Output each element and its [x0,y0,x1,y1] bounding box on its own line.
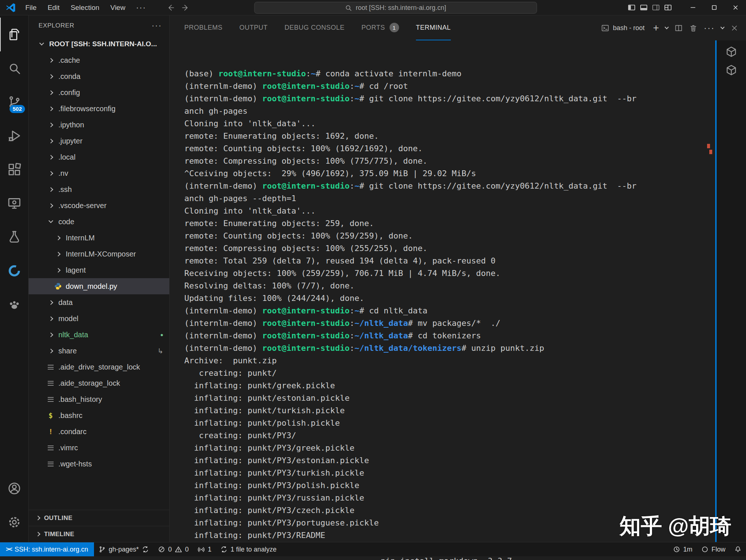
activity-testing[interactable] [0,220,29,254]
cube-icon-2[interactable] [725,64,738,76]
history-clock-icon [673,546,680,553]
explorer-more-actions[interactable]: ··· [152,21,162,30]
terminal-line: inflating: punkt/turkish.pickle [184,404,715,417]
toggle-sidebar-left-icon[interactable] [627,3,636,12]
menu-file[interactable]: File [20,0,42,15]
tree-item-filebrowserconfig[interactable]: .filebrowserconfig [29,101,169,117]
notifications-bell[interactable] [730,542,746,556]
analyze-indicator[interactable]: 1 file to analyze [216,542,281,556]
kill-terminal-trash-icon[interactable] [689,24,698,32]
tree-item-internlm-xcomposer[interactable]: InternLM-XComposer [29,246,169,262]
panel-more-actions[interactable]: ··· [704,23,715,33]
tree-item-share[interactable]: share↳ [29,343,169,359]
tree-item-jupyter[interactable]: .jupyter [29,133,169,149]
tree-item-bashrc[interactable]: $.bashrc [29,407,169,423]
tree-item-lagent[interactable]: lagent [29,262,169,278]
tree-item-model[interactable]: model [29,310,169,327]
timeline-section[interactable]: TIMELINE [29,526,169,542]
activity-remote-explorer[interactable] [0,186,29,220]
tab-label: DEBUG CONSOLE [285,24,345,32]
nav-forward-icon[interactable] [181,3,190,12]
forwarded-ports-indicator[interactable]: 1 [193,542,216,556]
menu-edit[interactable]: Edit [42,0,65,15]
tab-terminal[interactable]: TERMINAL [416,15,451,40]
timer-indicator[interactable]: 1m [669,542,697,556]
tree-item-conda[interactable]: .conda [29,68,169,84]
analyze-label: 1 file to analyze [231,546,276,553]
tree-item-label: .wget-hsts [58,460,92,468]
activity-run-debug[interactable] [0,119,29,153]
ports-count: 1 [208,546,211,553]
tree-item-aide-storage-lock[interactable]: .aide_storage_lock [29,375,169,391]
tree-item-cache[interactable]: .cache [29,52,169,68]
activity-extension-paw-icon[interactable] [0,288,29,321]
status-bar: >< SSH: ssh.intern-ai.org.cn gh-pages* 0… [0,542,746,556]
ports-badge: 1 [390,23,399,32]
tree-item-aide-drive-storage-lock[interactable]: .aide_drive_storage_lock [29,359,169,375]
tree-item-config[interactable]: .config [29,84,169,101]
split-terminal-icon[interactable] [674,24,683,32]
tree-item-internlm[interactable]: InternLM [29,230,169,246]
terminal-line: inflating: punkt/PY3/polish.pickle [184,479,715,492]
tree-item-wget-hsts[interactable]: .wget-hsts [29,456,169,472]
scrollbar-decoration [707,144,710,148]
activity-explorer[interactable] [0,18,29,51]
problems-indicator[interactable]: 0 0 [153,542,193,556]
remote-indicator[interactable]: >< SSH: ssh.intern-ai.org.cn [0,542,94,556]
tree-item-ipython[interactable]: .ipython [29,117,169,133]
errors-icon [158,546,165,553]
tab-output[interactable]: OUTPUT [239,15,268,40]
terminal-output[interactable]: (base) root@intern-studio:~# conda activ… [170,40,715,542]
toggle-sidebar-right-icon[interactable] [651,3,660,12]
activity-account[interactable] [0,472,29,505]
close-panel-icon[interactable] [730,24,739,32]
toggle-panel-icon[interactable] [639,3,648,12]
customize-layout-icon[interactable] [663,3,673,12]
menu-view[interactable]: View [105,0,131,15]
tree-item-code[interactable]: code [29,214,169,230]
flow-indicator[interactable]: Flow [697,542,730,556]
tree-item-ssh[interactable]: .ssh [29,181,169,197]
tree-item-condarc[interactable]: !.condarc [29,423,169,440]
terminal-session[interactable]: bash - root [601,24,645,32]
activity-search[interactable] [0,51,29,85]
tree-item-down-model-py[interactable]: down_model.py [29,278,169,294]
outline-section[interactable]: OUTLINE [29,510,169,526]
tree-item-nltk-data[interactable]: nltk_data● [29,327,169,343]
terminal-profile-dropdown-icon[interactable] [664,25,669,29]
command-center[interactable]: root [SSH: ssh.intern-ai.org.cn] [254,2,537,14]
terminal-line: anch gh-pages --depth=1 [184,192,715,205]
new-terminal-button[interactable]: + [653,23,659,33]
activity-extension-blue-icon[interactable] [0,254,29,288]
nav-back-icon[interactable] [166,3,175,12]
activity-extensions[interactable] [0,153,29,186]
panel-collapse-icon[interactable] [720,25,724,29]
explorer-root-label: ROOT [SSH: SSH.INTERN-AI.O... [49,40,157,48]
tree-item-vscode-server[interactable]: .vscode-server [29,197,169,214]
tab-problems[interactable]: PROBLEMS [184,15,222,40]
tree-item-bash-history[interactable]: .bash_history [29,391,169,407]
tree-item-nv[interactable]: .nv [29,165,169,181]
explorer-root-folder[interactable]: ROOT [SSH: SSH.INTERN-AI.O... [29,36,169,52]
terminal-icon [601,24,609,32]
activity-settings-gear-icon[interactable] [0,505,29,539]
terminal-line: inflating: punkt/PY3/russian.pickle [184,492,715,504]
terminal-line: creating: punkt/PY3/ [184,429,715,442]
tree-item-data[interactable]: data [29,294,169,310]
chevron-down-icon [48,218,53,223]
chevron-right-icon [48,349,53,353]
menu-overflow[interactable]: ··· [131,3,151,12]
branch-indicator[interactable]: gh-pages* [94,542,153,556]
close-window-button[interactable] [725,0,746,15]
cube-icon-1[interactable] [725,46,738,58]
terminal-line: Cloning into 'nltk_data'... [184,205,715,217]
tree-item-local[interactable]: .local [29,149,169,165]
tab-ports[interactable]: PORTS1 [362,15,399,40]
activity-source-control[interactable]: 502 [0,85,29,119]
tree-item-vimrc[interactable]: .vimrc [29,440,169,456]
maximize-button[interactable] [703,0,725,15]
tab-debug-console[interactable]: DEBUG CONSOLE [285,15,345,40]
menu-selection[interactable]: Selection [65,0,105,15]
minimize-button[interactable] [682,0,703,15]
chevron-right-icon [48,90,53,95]
